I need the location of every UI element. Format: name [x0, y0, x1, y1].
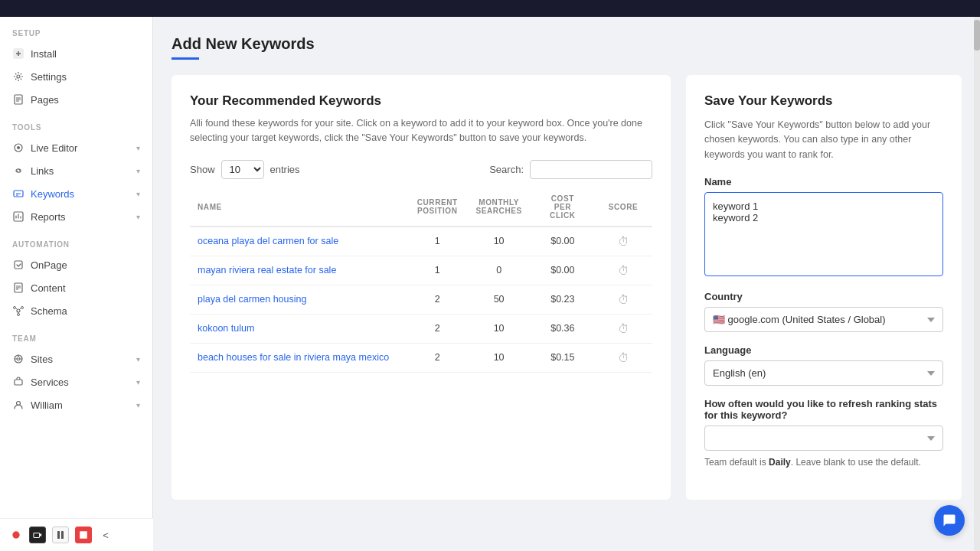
kw-position-cell: 2 [408, 343, 467, 372]
sidebar-item-pages[interactable]: Pages [0, 88, 152, 111]
kw-link[interactable]: kokoon tulum [198, 323, 254, 334]
refresh-label: How often would you like to refresh rank… [704, 398, 943, 421]
kw-position-cell: 2 [408, 285, 467, 314]
clock-icon: ⏱ [618, 293, 629, 306]
sidebar-item-onpage-label: OnPage [31, 259, 140, 271]
kw-name-cell[interactable]: beach houses for sale in riviera maya me… [190, 343, 408, 372]
refresh-form-group: How often would you like to refresh rank… [704, 398, 943, 469]
table-row[interactable]: oceana playa del carmen for sale 1 10 $0… [190, 227, 652, 256]
svg-point-12 [18, 314, 20, 316]
links-icon [12, 165, 24, 177]
kw-monthly-cell: 50 [467, 285, 531, 314]
right-panel-desc: Click "Save Your Keywords" button below … [704, 118, 943, 162]
kw-name-cell[interactable]: playa del carmen housing [190, 285, 408, 314]
sidebar-item-william[interactable]: William ▾ [0, 393, 152, 416]
sidebar-item-onpage[interactable]: OnPage [0, 253, 152, 276]
sidebar-item-links-label: Links [31, 165, 130, 177]
svg-rect-18 [57, 531, 60, 539]
kw-monthly-cell: 0 [467, 256, 531, 285]
sidebar-item-sites-label: Sites [31, 354, 130, 365]
keywords-chevron: ▾ [136, 190, 140, 198]
sidebar-item-william-label: William [31, 399, 130, 411]
sidebar-item-keywords[interactable]: Keywords ▾ [0, 182, 152, 205]
refresh-desc: Team default is Daily. Leave blank to us… [704, 455, 943, 469]
kw-score-cell: ⏱ [594, 227, 652, 256]
page-title-underline [172, 57, 199, 60]
svg-point-11 [21, 307, 24, 309]
tools-section-label: TOOLS [0, 111, 152, 136]
collapse-icon: < [103, 530, 109, 541]
services-icon [12, 376, 24, 388]
pages-icon [12, 93, 24, 106]
refresh-desc-post: . Leave blank to use the default. [791, 457, 921, 468]
kw-name-cell[interactable]: mayan riviera real estate for sale [190, 256, 408, 285]
kw-link[interactable]: playa del carmen housing [198, 294, 306, 305]
entries-label: entries [270, 164, 300, 175]
right-panel: Save Your Keywords Click "Save Your Keyw… [686, 75, 962, 500]
sidebar-item-content[interactable]: Content [0, 276, 152, 299]
kw-cost-cell: $0.23 [531, 285, 594, 314]
sidebar-item-schema[interactable]: Schema [0, 299, 152, 322]
kw-cost-cell: $0.15 [531, 343, 594, 372]
settings-icon [12, 70, 24, 83]
language-select[interactable]: English (en) [704, 360, 943, 386]
col-header-monthly: MONTHLYSEARCHES [467, 188, 531, 227]
kw-name-cell[interactable]: oceana playa del carmen for sale [190, 227, 408, 256]
table-row[interactable]: mayan riviera real estate for sale 1 0 $… [190, 256, 652, 285]
sidebar-item-services-label: Services [31, 377, 130, 388]
live-editor-icon [12, 142, 24, 154]
record-indicator [9, 528, 23, 542]
table-row[interactable]: beach houses for sale in riviera maya me… [190, 343, 652, 372]
entries-select[interactable]: 10 25 50 100 [221, 160, 264, 179]
left-panel: Your Recommended Keywords Alli found the… [172, 75, 671, 500]
refresh-select[interactable]: Daily Weekly [704, 425, 943, 451]
kw-link[interactable]: beach houses for sale in riviera maya me… [198, 352, 389, 363]
country-label: Country [704, 291, 943, 302]
keywords-table: NAME CURRENTPOSITION MONTHLYSEARCHES COS… [190, 188, 652, 373]
sidebar-item-reports[interactable]: Reports ▾ [0, 205, 152, 228]
kw-score-cell: ⏱ [594, 343, 652, 372]
table-row[interactable]: kokoon tulum 2 10 $0.36 ⏱ [190, 314, 652, 343]
show-label: Show [190, 164, 215, 175]
kw-monthly-cell: 10 [467, 227, 531, 256]
kw-cost-cell: $0.36 [531, 314, 594, 343]
reports-chevron: ▾ [136, 213, 140, 221]
clock-icon: ⏱ [618, 264, 629, 277]
name-form-group: Name keyword 1 keyword 2 [704, 176, 943, 279]
search-input[interactable] [530, 160, 652, 179]
services-chevron: ▾ [136, 378, 140, 386]
collapse-button[interactable]: < [98, 527, 113, 543]
sidebar-item-settings[interactable]: Settings [0, 65, 152, 88]
keywords-textarea[interactable]: keyword 1 keyword 2 [704, 192, 943, 276]
country-select[interactable]: 🇺🇸 google.com (United States / Global) [704, 307, 943, 332]
svg-rect-20 [80, 531, 87, 539]
pause-button[interactable] [52, 527, 69, 543]
right-scrollbar[interactable] [974, 17, 980, 551]
stop-button[interactable] [75, 527, 92, 543]
william-icon [12, 399, 24, 411]
chat-widget[interactable] [934, 505, 965, 536]
sidebar-item-install[interactable]: Install [0, 42, 152, 65]
kw-link[interactable]: mayan riviera real estate for sale [198, 265, 336, 276]
sidebar-item-sites[interactable]: Sites ▾ [0, 347, 152, 370]
kw-monthly-cell: 10 [467, 343, 531, 372]
kw-cost-cell: $0.00 [531, 227, 594, 256]
sidebar-item-keywords-label: Keywords [31, 188, 130, 200]
sidebar-item-links[interactable]: Links ▾ [0, 159, 152, 182]
svg-rect-14 [15, 380, 22, 385]
kw-position-cell: 2 [408, 314, 467, 343]
right-panel-title: Save Your Keywords [704, 93, 943, 109]
kw-name-cell[interactable]: kokoon tulum [190, 314, 408, 343]
sidebar-item-live-editor[interactable]: Live Editor ▾ [0, 136, 152, 159]
camera-button[interactable] [29, 527, 46, 543]
table-row[interactable]: playa del carmen housing 2 50 $0.23 ⏱ [190, 285, 652, 314]
content-icon [12, 282, 24, 294]
sidebar-item-services[interactable]: Services ▾ [0, 370, 152, 393]
kw-position-cell: 1 [408, 227, 467, 256]
scrollbar-thumb [974, 20, 980, 51]
search-box: Search: [489, 160, 652, 179]
content-grid: Your Recommended Keywords Alli found the… [172, 75, 962, 500]
kw-link[interactable]: oceana playa del carmen for sale [198, 236, 338, 246]
onpage-icon [12, 259, 24, 271]
team-section-label: TEAM [0, 322, 152, 347]
